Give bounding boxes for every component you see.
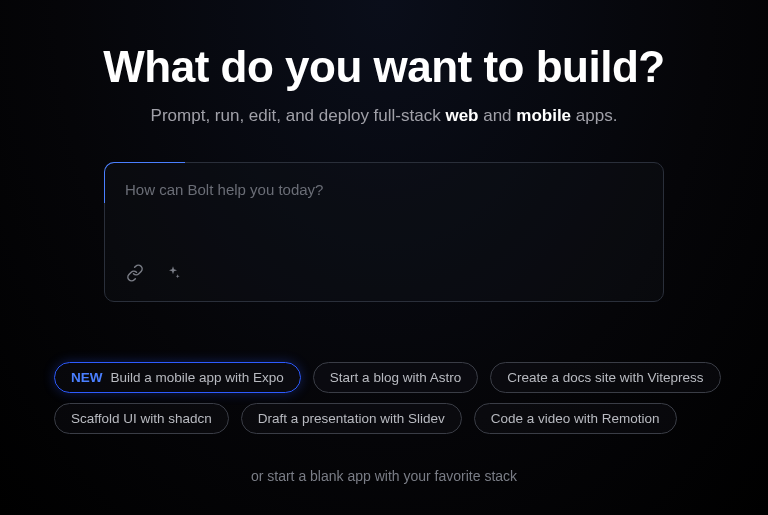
subhead-mid: and (478, 106, 516, 125)
chip-featured[interactable]: NEWBuild a mobile app with Expo (54, 362, 301, 393)
chip-vitepress[interactable]: Create a docs site with Vitepress (490, 362, 720, 393)
subhead-strong-web: web (445, 106, 478, 125)
suggestion-chips: NEWBuild a mobile app with Expo Start a … (34, 362, 734, 434)
sparkle-icon[interactable] (163, 263, 183, 283)
subhead-strong-mobile: mobile (516, 106, 571, 125)
prompt-toolbar (125, 263, 643, 283)
subhead-pre: Prompt, run, edit, and deploy full-stack (151, 106, 446, 125)
chip-badge: NEW (71, 370, 103, 385)
main-container: What do you want to build? Prompt, run, … (0, 42, 768, 484)
footnote: or start a blank app with your favorite … (251, 468, 517, 484)
page-headline: What do you want to build? (103, 42, 664, 92)
link-icon[interactable] (125, 263, 145, 283)
prompt-input[interactable] (125, 181, 643, 215)
chip-remotion[interactable]: Code a video with Remotion (474, 403, 677, 434)
prompt-box[interactable] (104, 162, 664, 302)
chip-shadcn[interactable]: Scaffold UI with shadcn (54, 403, 229, 434)
chip-featured-label: Build a mobile app with Expo (111, 370, 284, 385)
chip-slidev[interactable]: Draft a presentation with Slidev (241, 403, 462, 434)
subhead-post: apps. (571, 106, 617, 125)
page-subhead: Prompt, run, edit, and deploy full-stack… (151, 106, 618, 126)
chip-astro[interactable]: Start a blog with Astro (313, 362, 478, 393)
